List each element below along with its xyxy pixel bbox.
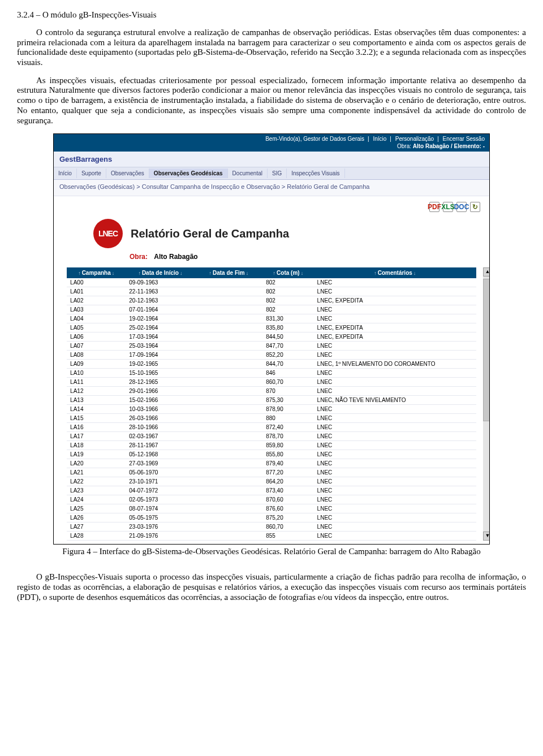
table-cell: LNEC xyxy=(314,486,476,495)
table-row[interactable]: LA0817-09-1964852,20LNEC xyxy=(67,351,476,360)
table-cell: 05-05-1975 xyxy=(126,513,195,522)
table-row[interactable]: LA1828-11-1967859,80LNEC xyxy=(67,441,476,450)
table-cell: LA19 xyxy=(67,450,126,459)
table-cell: LA10 xyxy=(67,369,126,378)
col-campanha[interactable]: ↑Campanha↓ xyxy=(67,267,126,278)
table-row[interactable]: LA0919-02-1965844,70LNEC, 1º NIVELAMENTO… xyxy=(67,360,476,369)
table-cell: 19-02-1965 xyxy=(126,360,195,369)
table-cell: 880 xyxy=(262,414,313,423)
table-cell: 28-11-1967 xyxy=(126,441,195,450)
scroll-up-icon[interactable]: ▲ xyxy=(483,267,490,277)
export-xls-icon[interactable]: XLS xyxy=(443,202,453,212)
campaign-table: ↑Campanha↓ ↑Data de Início↓ ↑Data de Fim… xyxy=(67,267,476,541)
col-cota[interactable]: ↑Cota (m)↓ xyxy=(262,267,313,278)
menu-item[interactable]: SIG xyxy=(268,169,287,178)
table-cell: LNEC xyxy=(314,441,476,450)
table-cell: 08-07-1974 xyxy=(126,504,195,513)
table-cell: 29-01-1966 xyxy=(126,387,195,396)
table-cell xyxy=(195,532,263,541)
table-cell: LA02 xyxy=(67,296,126,305)
table-cell xyxy=(195,369,263,378)
table-row[interactable]: LA0617-03-1964844,50LNEC, EXPEDITA xyxy=(67,332,476,342)
table-row[interactable]: LA1015-10-1965846LNEC xyxy=(67,369,476,378)
table-row[interactable]: LA0307-01-1964802LNEC xyxy=(67,305,476,314)
table-cell: LNEC xyxy=(314,532,476,541)
table-cell: 802 xyxy=(262,296,313,305)
table-row[interactable]: LA0220-12-1963802LNEC, EXPEDITA xyxy=(67,296,476,305)
scroll-thumb[interactable] xyxy=(483,279,490,421)
table-row[interactable]: LA1526-03-1966880LNEC xyxy=(67,414,476,423)
menu-item[interactable]: Início xyxy=(54,169,77,178)
table-row[interactable]: LA2821-09-1976855LNEC xyxy=(67,532,476,541)
brand-logo[interactable]: GestBarragens xyxy=(54,152,489,167)
menu-item[interactable]: Inspecções Visuais xyxy=(287,169,344,178)
table-cell: LA22 xyxy=(67,477,126,486)
table-row[interactable]: LA1128-12-1965860,70LNEC xyxy=(67,378,476,387)
table-cell: LNEC xyxy=(314,287,476,296)
table-cell: LA05 xyxy=(67,323,126,332)
toplink-encerrar[interactable]: Encerrar Sessão xyxy=(437,136,485,143)
table-cell xyxy=(195,332,263,342)
table-cell: 10-03-1966 xyxy=(126,405,195,414)
table-row[interactable]: LA2027-03-1969879,40LNEC xyxy=(67,459,476,468)
table-cell xyxy=(195,513,263,522)
table-cell: LA03 xyxy=(67,305,126,314)
col-comentarios[interactable]: ↑Comentários↓ xyxy=(314,267,476,278)
toplink-personalizacao[interactable]: Personalização xyxy=(390,136,434,143)
table-row[interactable]: LA1229-01-1966870LNEC xyxy=(67,387,476,396)
paragraph-3: O gB-Inspecções-Visuais suporta o proces… xyxy=(17,572,526,602)
table-cell: 873,40 xyxy=(262,486,313,495)
menu-item[interactable]: Observações xyxy=(106,169,149,178)
col-fim[interactable]: ↑Data de Fim↓ xyxy=(195,267,263,278)
table-cell: 02-03-1967 xyxy=(126,432,195,441)
table-row[interactable]: LA0725-03-1964847,70LNEC xyxy=(67,342,476,351)
table-cell: 831,30 xyxy=(262,314,313,323)
table-cell: LNEC, NÃO TEVE NIVELAMENTO xyxy=(314,396,476,405)
table-row[interactable]: LA2402-05-1973870,60LNEC xyxy=(67,495,476,504)
table-cell: 15-10-1965 xyxy=(126,369,195,378)
table-cell xyxy=(195,459,263,468)
table-cell: LNEC xyxy=(314,405,476,414)
table-cell: LNEC xyxy=(314,504,476,513)
table-row[interactable]: LA2605-05-1975875,20LNEC xyxy=(67,513,476,522)
export-doc-icon[interactable]: DOC xyxy=(456,202,467,212)
table-cell: LNEC xyxy=(314,387,476,396)
table-cell: LA06 xyxy=(67,332,126,342)
table-row[interactable]: LA2723-03-1976860,70LNEC xyxy=(67,522,476,532)
table-cell: LNEC, EXPEDITA xyxy=(314,323,476,332)
table-cell: 05-12-1968 xyxy=(126,450,195,459)
table-row[interactable]: LA0419-02-1964831,30LNEC xyxy=(67,314,476,323)
table-row[interactable]: LA1315-02-1966875,30LNEC, NÃO TEVE NIVEL… xyxy=(67,396,476,405)
table-cell: 26-03-1966 xyxy=(126,414,195,423)
table-row[interactable]: LA0009-09-1963802LNEC xyxy=(67,278,476,287)
scroll-down-icon[interactable]: ▼ xyxy=(483,532,490,541)
col-inicio[interactable]: ↑Data de Início↓ xyxy=(126,267,195,278)
table-row[interactable]: LA2508-07-1974876,60LNEC xyxy=(67,504,476,513)
table-cell: 835,80 xyxy=(262,323,313,332)
table-row[interactable]: LA1905-12-1968855,80LNEC xyxy=(67,450,476,459)
table-row[interactable]: LA1410-03-1966878,90LNEC xyxy=(67,405,476,414)
table-row[interactable]: LA2105-06-1970877,20LNEC xyxy=(67,468,476,477)
menu-item[interactable]: Observações Geodésicas xyxy=(149,169,228,178)
table-cell: 846 xyxy=(262,369,313,378)
table-row[interactable]: LA1628-10-1966872,40LNEC xyxy=(67,423,476,432)
table-row[interactable]: LA2223-10-1971864,20LNEC xyxy=(67,477,476,486)
menu-item[interactable]: Documental xyxy=(228,169,268,178)
table-cell: 802 xyxy=(262,287,313,296)
menu-item[interactable]: Suporte xyxy=(77,169,106,178)
table-row[interactable]: LA1702-03-1967878,70LNEC xyxy=(67,432,476,441)
table-cell: LA20 xyxy=(67,459,126,468)
table-cell: 21-09-1976 xyxy=(126,532,195,541)
refresh-icon[interactable]: ↻ xyxy=(470,202,480,212)
table-row[interactable]: LA0122-11-1963802LNEC xyxy=(67,287,476,296)
table-cell: LA17 xyxy=(67,432,126,441)
table-row[interactable]: LA0525-02-1964835,80LNEC, EXPEDITA xyxy=(67,323,476,332)
export-pdf-icon[interactable]: PDF xyxy=(429,202,439,212)
table-row[interactable]: LA2304-07-1972873,40LNEC xyxy=(67,486,476,495)
lnec-logo-icon: LNEC xyxy=(93,219,123,248)
scrollbar[interactable]: ▲ ▼ xyxy=(483,267,490,541)
table-cell xyxy=(195,414,263,423)
table-cell: 875,30 xyxy=(262,396,313,405)
table-cell: LNEC xyxy=(314,314,476,323)
toplink-inicio[interactable]: Início xyxy=(368,136,386,143)
